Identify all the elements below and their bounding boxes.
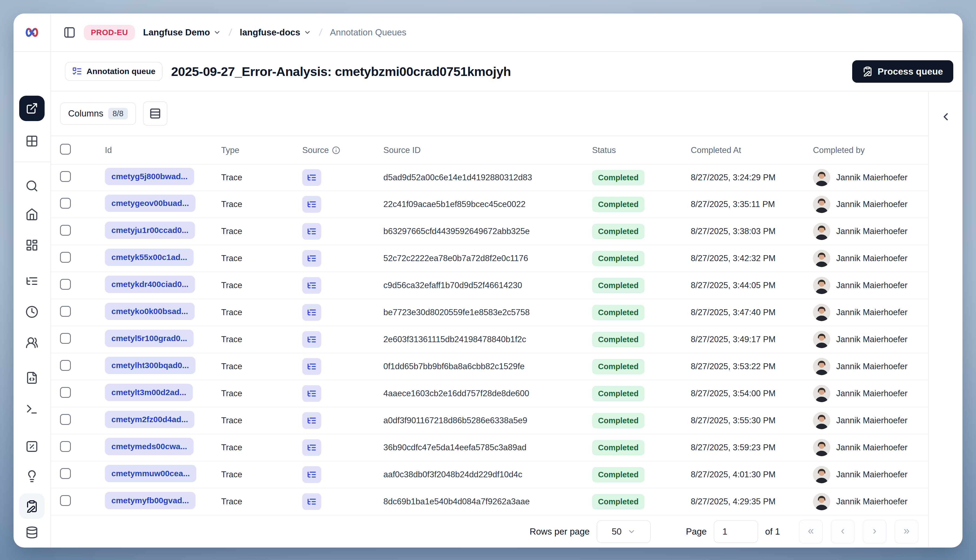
breadcrumb-org[interactable]: Langfuse Demo bbox=[143, 27, 221, 38]
dashboard-icon[interactable] bbox=[25, 238, 38, 252]
users-icon[interactable] bbox=[25, 336, 38, 349]
source-trace-icon[interactable] bbox=[302, 169, 321, 186]
item-id-badge[interactable]: cmetykdr400ciad0... bbox=[105, 276, 195, 293]
insights-lightbulb-icon[interactable] bbox=[25, 470, 38, 483]
item-id-badge[interactable]: cmetyko0k00bsad... bbox=[105, 303, 195, 320]
page-number-input[interactable] bbox=[714, 520, 758, 543]
completed-by-name: Jannik Maierhoefer bbox=[836, 470, 908, 480]
table-row: cmetyl5r100grad0...Trace2e603f31361115db… bbox=[51, 326, 928, 353]
row-checkbox[interactable] bbox=[60, 387, 71, 398]
environment-badge[interactable]: PROD-EU bbox=[84, 25, 135, 40]
right-rail bbox=[928, 92, 963, 548]
source-trace-icon[interactable] bbox=[302, 304, 321, 321]
item-id-badge[interactable]: cmetylt3m00d2ad... bbox=[105, 384, 193, 401]
search-icon[interactable] bbox=[25, 180, 38, 192]
item-id-badge[interactable]: cmetymyfb00gvad... bbox=[105, 492, 195, 509]
source-trace-icon[interactable] bbox=[302, 277, 321, 294]
pagination-footer: Rows per page 50 Page of 1 « ‹ › » bbox=[51, 515, 928, 548]
source-trace-icon[interactable] bbox=[302, 385, 321, 402]
item-type: Trace bbox=[221, 227, 302, 236]
completed-at: 8/27/2025, 3:47:40 PM bbox=[691, 308, 813, 317]
row-checkbox[interactable] bbox=[60, 495, 71, 506]
source-id: aaf0c38db0f3f2048b24dd229df10d4c bbox=[384, 470, 592, 480]
status-badge: Completed bbox=[592, 332, 644, 347]
process-queue-button[interactable]: Process queue bbox=[852, 60, 953, 83]
langfuse-logo-icon[interactable] bbox=[25, 28, 39, 37]
row-checkbox[interactable] bbox=[60, 468, 71, 479]
completed-by-name: Jannik Maierhoefer bbox=[836, 280, 908, 290]
source-trace-icon[interactable] bbox=[302, 439, 321, 456]
source-trace-icon[interactable] bbox=[302, 493, 321, 510]
source-id: 0f1dd65b7bb9bf6ba8a6cbb82c1529fe bbox=[384, 362, 592, 372]
main-panel: Annotation queue 2025-09-27_Error-Analys… bbox=[51, 52, 963, 548]
status-badge: Completed bbox=[592, 467, 644, 482]
row-checkbox[interactable] bbox=[60, 171, 71, 182]
row-checkbox[interactable] bbox=[60, 306, 71, 317]
annotation-queues-icon[interactable] bbox=[19, 493, 45, 519]
select-all-checkbox[interactable] bbox=[60, 144, 71, 155]
source-id: b63297665cfd4439592649672abb325e bbox=[384, 227, 592, 236]
breadcrumb-project-label: langfuse-docs bbox=[240, 27, 300, 38]
row-checkbox[interactable] bbox=[60, 198, 71, 208]
column-header-id: Id bbox=[105, 145, 221, 155]
table-row: cmetym2fz00d4ad...Tracea0df3f901167218d8… bbox=[51, 407, 928, 434]
source-trace-icon[interactable] bbox=[302, 250, 321, 267]
source-trace-icon[interactable] bbox=[302, 223, 321, 240]
source-trace-icon[interactable] bbox=[302, 412, 321, 429]
source-trace-icon[interactable] bbox=[302, 331, 321, 348]
sidebar-toggle-icon[interactable] bbox=[63, 26, 76, 38]
next-page-button[interactable]: › bbox=[863, 520, 886, 543]
item-type: Trace bbox=[221, 335, 302, 344]
table-row: cmetyju1r00ccad0...Traceb63297665cfd4439… bbox=[51, 218, 928, 245]
source-trace-icon[interactable] bbox=[302, 466, 321, 483]
item-id-badge[interactable]: cmetyk55x00c1ad... bbox=[105, 248, 194, 266]
prompts-file-code-icon[interactable] bbox=[25, 372, 38, 384]
row-height-button[interactable] bbox=[143, 102, 167, 126]
page-title: 2025-09-27_Error-Analysis: cmetybzmi00cr… bbox=[171, 64, 511, 79]
info-icon[interactable] bbox=[332, 146, 340, 154]
breadcrumb-section[interactable]: Annotation Queues bbox=[330, 27, 407, 38]
collapse-panel-button[interactable] bbox=[937, 108, 954, 125]
source-id: c9d56ca32efaff1b70d9d52f46614230 bbox=[384, 280, 592, 290]
row-checkbox[interactable] bbox=[60, 360, 71, 371]
completed-by-name: Jannik Maierhoefer bbox=[836, 227, 908, 236]
row-checkbox[interactable] bbox=[60, 414, 71, 425]
playground-terminal-icon[interactable] bbox=[25, 403, 38, 416]
item-id-badge[interactable]: cmetyl5r100grad0... bbox=[105, 330, 194, 347]
item-id-badge[interactable]: cmetyju1r00ccad0... bbox=[105, 222, 195, 239]
columns-button[interactable]: Columns 8/8 bbox=[60, 102, 136, 125]
sessions-clock-icon[interactable] bbox=[25, 305, 38, 318]
row-checkbox[interactable] bbox=[60, 225, 71, 236]
completed-by-name: Jannik Maierhoefer bbox=[836, 416, 908, 425]
source-trace-icon[interactable] bbox=[302, 196, 321, 213]
previous-page-button[interactable]: ‹ bbox=[831, 520, 854, 543]
item-id-badge[interactable]: cmetymeds00cwa... bbox=[105, 438, 194, 455]
row-checkbox[interactable] bbox=[60, 441, 71, 452]
row-checkbox[interactable] bbox=[60, 279, 71, 290]
page-label: Page bbox=[686, 527, 707, 537]
clipboard-pen-icon bbox=[863, 66, 873, 77]
breadcrumb-project[interactable]: langfuse-docs bbox=[240, 27, 311, 38]
evaluation-percent-icon[interactable] bbox=[25, 440, 38, 453]
open-in-new-icon[interactable] bbox=[19, 96, 45, 121]
source-trace-icon[interactable] bbox=[302, 358, 321, 375]
last-page-button[interactable]: » bbox=[894, 520, 918, 543]
table-row: cmetylt3m00d2ad...Trace4aaece1603cb2e16d… bbox=[51, 380, 928, 407]
sidebar-divider bbox=[13, 162, 50, 162]
item-id-badge[interactable]: cmetyg5j800bwad... bbox=[105, 168, 194, 185]
first-page-button[interactable]: « bbox=[799, 520, 823, 543]
datasets-database-icon[interactable] bbox=[25, 526, 38, 539]
rows-per-page-select[interactable]: 50 bbox=[597, 520, 651, 543]
traces-icon[interactable] bbox=[25, 275, 38, 288]
row-checkbox[interactable] bbox=[60, 333, 71, 344]
item-id-badge[interactable]: cmetygeov00buad... bbox=[105, 195, 195, 212]
item-id-badge[interactable]: cmetylht300bqad0... bbox=[105, 357, 195, 374]
home-icon[interactable] bbox=[25, 208, 38, 221]
grid-view-icon[interactable] bbox=[25, 135, 38, 148]
table-row: cmetykdr400ciad0...Tracec9d56ca32efaff1b… bbox=[51, 272, 928, 299]
row-checkbox[interactable] bbox=[60, 252, 71, 263]
item-id-badge[interactable]: cmetym2fz00d4ad... bbox=[105, 411, 194, 428]
completed-by-name: Jannik Maierhoefer bbox=[836, 497, 908, 507]
item-id-badge[interactable]: cmetymmuw00cea... bbox=[105, 465, 196, 482]
item-type: Trace bbox=[221, 470, 302, 480]
